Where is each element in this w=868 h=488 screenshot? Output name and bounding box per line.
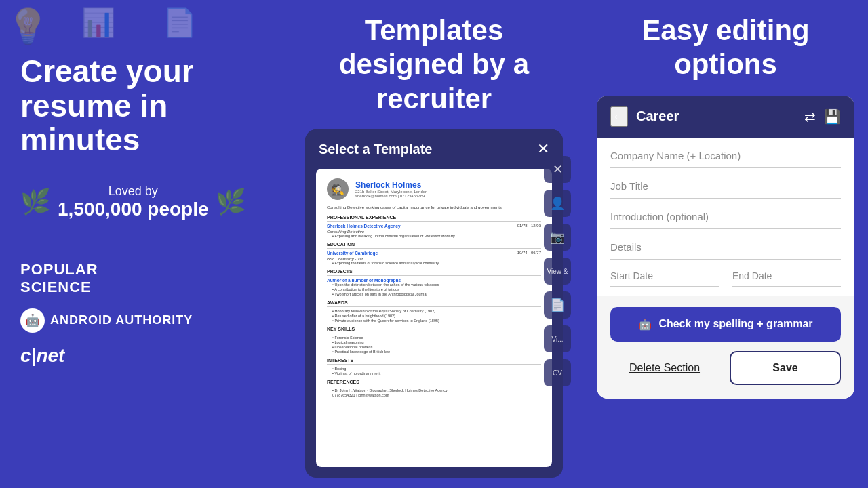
resume-email: sherlock@holmes.com | 07123456789	[355, 194, 427, 198]
resume-header: 🕵️ Sherlock Holmes 221b Baker Street, Ma…	[327, 178, 541, 200]
reference-contact: 07787654321 | john@watson.com	[332, 393, 541, 397]
android-authority-item: 🤖 ANDROID AUTHORITY	[20, 308, 264, 333]
career-title: Career	[636, 108, 796, 124]
popular-science-item: POPULAR SCIENCE	[20, 261, 264, 296]
loved-by-label: Loved by	[58, 184, 209, 199]
bottom-actions: Delete Section Save	[597, 351, 854, 399]
spell-check-button[interactable]: 🤖 Check my spelling + grammar	[610, 307, 841, 342]
skill-3: • Observational prowess	[332, 345, 541, 349]
loved-by-count: 1,500,000 people	[58, 199, 209, 220]
introduction-field: Introduction (optional)	[610, 199, 841, 229]
resume-section-skills: KEY SKILLS • Forensic Science • Logical …	[327, 327, 541, 354]
hero-title: Create your resume in minutes	[20, 54, 264, 157]
resume-section-awards: AWARDS • Honorary fellowship of the Roya…	[327, 300, 541, 323]
side-icon-4[interactable]: 📄	[544, 291, 571, 319]
career-modal: ← Career ⇄ 💾 Company Name (+ Location) J…	[597, 96, 854, 399]
laurel-right-icon: 🌿	[216, 188, 246, 216]
modal-title: Select a Template	[319, 142, 432, 157]
side-icon-3[interactable]: 📷	[544, 224, 571, 251]
form-actions: 🤖 Check my spelling + grammar	[597, 296, 854, 342]
reference-1: • Dr John H. Watson - Biographer, Sherlo…	[332, 388, 541, 392]
popular-label: POPULAR	[20, 261, 98, 279]
right-title: Easy editing options	[583, 0, 868, 96]
details-field: Details	[610, 229, 841, 260]
company-name: Sherlock Holmes Detective Agency	[327, 224, 401, 228]
experience-bullet: • Exposing and breaking up the criminal …	[332, 234, 541, 238]
view-button-2[interactable]: Vi...	[544, 325, 571, 352]
resume-section-interests: INTERESTS • Boxing • Violinist of no ord…	[327, 358, 541, 375]
section-title-experience: PROFESSIONAL EXPERIENCE	[327, 215, 541, 222]
award-bullet-3: • Private audience with the Queen for se…	[332, 319, 541, 323]
project-title: Author of a number of Monographs	[327, 278, 541, 283]
details-label[interactable]: Details	[610, 241, 642, 253]
section-title-awards: AWARDS	[327, 300, 541, 307]
save-icon[interactable]: 💾	[824, 108, 841, 125]
back-button[interactable]: ←	[610, 106, 628, 127]
android-icon: 🤖	[20, 308, 45, 333]
right-panel: Easy editing options ← Career ⇄ 💾 Compan…	[583, 0, 868, 488]
dates-row: Start Date End Date	[597, 260, 854, 296]
resume-preview: 🕵️ Sherlock Holmes 221b Baker Street, Ma…	[316, 169, 552, 467]
resume-name: Sherlock Holmes	[355, 180, 427, 190]
delete-section-button[interactable]: Delete Section	[610, 351, 719, 385]
save-button[interactable]: Save	[730, 351, 841, 385]
section-title-interests: INTERESTS	[327, 358, 541, 365]
resume-tagline: Consulting Detective working cases of ca…	[327, 205, 541, 209]
popular-science-text: POPULAR SCIENCE	[20, 261, 98, 296]
start-date-label[interactable]: Start Date	[610, 270, 653, 281]
section-title-references: REFERENCES	[327, 380, 541, 386]
document-icon: 📄	[163, 7, 197, 39]
resume-section-references: REFERENCES • Dr John H. Watson - Biograp…	[327, 380, 541, 397]
resume-contact-info: Sherlock Holmes 221b Baker Street, Maryl…	[355, 180, 427, 198]
job-title-field: Job Title	[610, 168, 841, 199]
bulb-icon: 💡	[7, 7, 49, 46]
section-title-projects: PROJECTS	[327, 269, 541, 276]
company-label[interactable]: Company Name (+ Location)	[610, 150, 741, 161]
loved-by-text: Loved by 1,500,000 people	[58, 184, 209, 220]
middle-panel: Templates designed by a recruiter Select…	[285, 0, 583, 488]
resume-section-education: EDUCATION University of Cambridge 10/74 …	[327, 242, 541, 265]
award-bullet-2: • Refused offer of a knighthood (1902)	[332, 314, 541, 318]
side-icons-panel: ✕ 👤 📷 View & 📄 Vi... CV	[544, 156, 571, 386]
education-bullet: • Exploring the fields of forensic scien…	[332, 261, 541, 265]
modal-header: Select a Template ✕	[305, 129, 563, 169]
resume-section-experience: PROFESSIONAL EXPERIENCE Sherlock Holmes …	[327, 215, 541, 238]
career-form: Company Name (+ Location) Job Title Intr…	[597, 138, 854, 260]
spell-check-icon: 🤖	[638, 318, 652, 331]
side-icon-2[interactable]: 👤	[544, 190, 571, 217]
interest-2: • Violinist of no ordinary merit	[332, 371, 541, 375]
experience-row: Sherlock Holmes Detective Agency 01/78 -…	[327, 224, 541, 228]
award-bullet-1: • Honorary fellowship of the Royal Socie…	[332, 309, 541, 313]
laurel-left-icon: 🌿	[20, 188, 51, 216]
loved-by-section: 🌿 Loved by 1,500,000 people 🌿	[20, 184, 264, 220]
project-bullet-3: • Two short articles on ears in the Anth…	[332, 292, 541, 296]
resume-avatar: 🕵️	[327, 178, 349, 200]
job-title-label[interactable]: Job Title	[610, 180, 648, 192]
end-date-label[interactable]: End Date	[732, 270, 772, 281]
spell-check-label: Check my spelling + grammar	[658, 318, 812, 330]
science-label: SCIENCE	[20, 279, 98, 296]
swap-icon[interactable]: ⇄	[804, 108, 816, 125]
experience-date: 01/78 - 12/03	[517, 224, 541, 228]
education-date: 10/74 - 06/77	[517, 251, 541, 256]
education-row: University of Cambridge 10/74 - 06/77	[327, 251, 541, 256]
cv-button[interactable]: CV	[544, 359, 571, 386]
university-name: University of Cambridge	[327, 251, 378, 256]
career-header-icons: ⇄ 💾	[804, 108, 841, 125]
skill-4: • Practical knowledge of British law	[332, 350, 541, 354]
section-title-skills: KEY SKILLS	[327, 327, 541, 333]
skill-1: • Forensic Science	[332, 336, 541, 340]
career-header: ← Career ⇄ 💾	[597, 96, 854, 138]
section-title-education: EDUCATION	[327, 242, 541, 249]
company-field: Company Name (+ Location)	[610, 138, 841, 168]
start-date-field: Start Date	[610, 270, 719, 287]
press-logos: POPULAR SCIENCE 🤖 ANDROID AUTHORITY c|ne…	[20, 261, 264, 367]
side-icon-1[interactable]: ✕	[544, 156, 571, 183]
introduction-label[interactable]: Introduction (optional)	[610, 211, 709, 222]
end-date-field: End Date	[732, 270, 841, 287]
project-bullet-1: • Upon the distinction between the ashes…	[332, 283, 541, 287]
middle-title: Templates designed by a recruiter	[285, 0, 583, 129]
view-button[interactable]: View &	[544, 258, 571, 285]
android-authority-label: ANDROID AUTHORITY	[50, 313, 193, 327]
skill-2: • Logical reasoning	[332, 340, 541, 344]
